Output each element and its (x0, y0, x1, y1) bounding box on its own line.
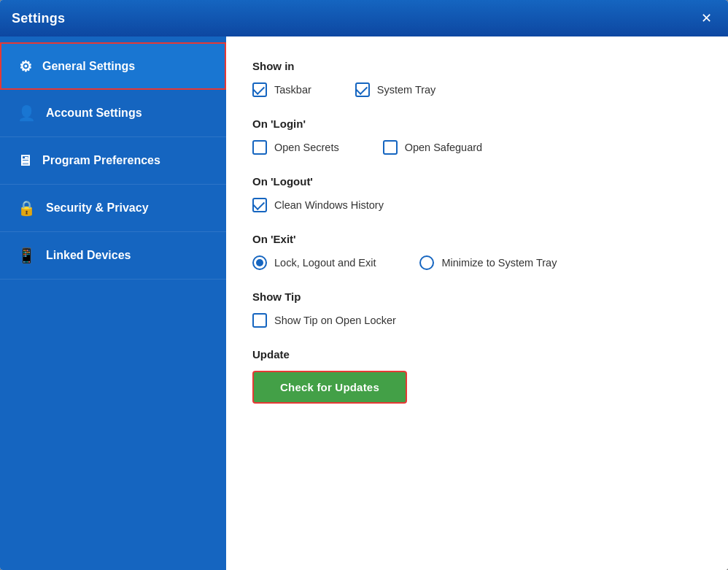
checkbox-system-tray[interactable] (355, 82, 370, 97)
close-button[interactable]: ✕ (696, 8, 716, 28)
sidebar-item-account-settings[interactable]: Account Settings (0, 90, 226, 137)
sidebar-item-label: Security & Privacy (46, 201, 149, 215)
on-logout-options: Clean Windows History (252, 198, 702, 212)
section-title-update: Update (252, 348, 702, 361)
option-show-tip-open-locker[interactable]: Show Tip on Open Locker (252, 313, 396, 328)
gear-icon (19, 58, 32, 75)
checkbox-open-safeguard[interactable] (383, 140, 398, 155)
sidebar-item-label: Account Settings (46, 107, 142, 120)
checkbox-taskbar[interactable] (252, 82, 267, 97)
section-title-on-login: On 'Login' (252, 118, 702, 130)
window-title: Settings (12, 11, 65, 26)
on-login-options: Open Secrets Open Safeguard (252, 140, 702, 155)
option-clean-windows-history[interactable]: Clean Windows History (252, 198, 384, 212)
option-label-open-safeguard: Open Safeguard (405, 142, 482, 153)
show-tip-options: Show Tip on Open Locker (252, 313, 702, 328)
option-label-minimize-system-tray: Minimize to System Tray (441, 257, 557, 269)
option-label-show-tip-open-locker: Show Tip on Open Locker (274, 315, 396, 326)
option-open-secrets[interactable]: Open Secrets (252, 140, 339, 155)
sidebar-item-label: Linked Devices (46, 249, 131, 262)
option-label-lock-logout-exit: Lock, Logout and Exit (274, 257, 376, 269)
section-on-logout: On 'Logout' Clean Windows History (252, 175, 702, 212)
titlebar: Settings ✕ (0, 0, 728, 36)
show-in-options: Taskbar System Tray (252, 82, 702, 97)
radio-minimize-system-tray[interactable] (419, 255, 434, 270)
monitor-icon (18, 153, 32, 169)
sidebar: General Settings Account Settings Progra… (0, 36, 226, 570)
section-show-in: Show in Taskbar System Tray (252, 60, 702, 97)
sidebar-item-program-preferences[interactable]: Program Preferences (0, 137, 226, 185)
option-label-system-tray: System Tray (377, 84, 436, 96)
check-for-updates-button[interactable]: Check for Updates (252, 371, 407, 404)
radio-lock-logout-exit[interactable] (252, 255, 267, 270)
section-title-on-logout: On 'Logout' (252, 175, 702, 188)
sidebar-item-general-settings[interactable]: General Settings (0, 42, 226, 90)
section-on-login: On 'Login' Open Secrets Open Safeguard (252, 118, 702, 155)
person-icon (18, 104, 36, 122)
section-title-on-exit: On 'Exit' (252, 233, 702, 245)
option-taskbar[interactable]: Taskbar (252, 82, 311, 97)
checkbox-show-tip-open-locker[interactable] (252, 313, 267, 328)
section-update: Update Check for Updates (252, 348, 702, 404)
option-system-tray[interactable]: System Tray (355, 82, 436, 97)
section-on-exit: On 'Exit' Lock, Logout and Exit Minimize… (252, 233, 702, 270)
device-icon (18, 247, 36, 264)
section-show-tip: Show Tip Show Tip on Open Locker (252, 290, 702, 328)
checkbox-clean-windows-history[interactable] (252, 198, 267, 212)
on-exit-options: Lock, Logout and Exit Minimize to System… (252, 255, 702, 270)
option-label-open-secrets: Open Secrets (274, 142, 339, 153)
sidebar-item-security-privacy[interactable]: Security & Privacy (0, 185, 226, 232)
sidebar-item-label: General Settings (42, 60, 135, 73)
option-open-safeguard[interactable]: Open Safeguard (383, 140, 482, 155)
content-area: General Settings Account Settings Progra… (0, 36, 728, 570)
lock-icon (18, 199, 36, 217)
sidebar-item-linked-devices[interactable]: Linked Devices (0, 232, 226, 280)
checkbox-open-secrets[interactable] (252, 140, 267, 155)
settings-window: Settings ✕ General Settings Account Sett… (0, 0, 728, 570)
section-title-show-in: Show in (252, 60, 702, 72)
main-content: Show in Taskbar System Tray On 'Login' (226, 36, 728, 570)
sidebar-item-label: Program Preferences (42, 154, 160, 167)
option-lock-logout-exit[interactable]: Lock, Logout and Exit (252, 255, 376, 270)
option-label-taskbar: Taskbar (274, 84, 311, 96)
section-title-show-tip: Show Tip (252, 290, 702, 303)
option-label-clean-windows-history: Clean Windows History (274, 199, 384, 211)
option-minimize-system-tray[interactable]: Minimize to System Tray (419, 255, 557, 270)
